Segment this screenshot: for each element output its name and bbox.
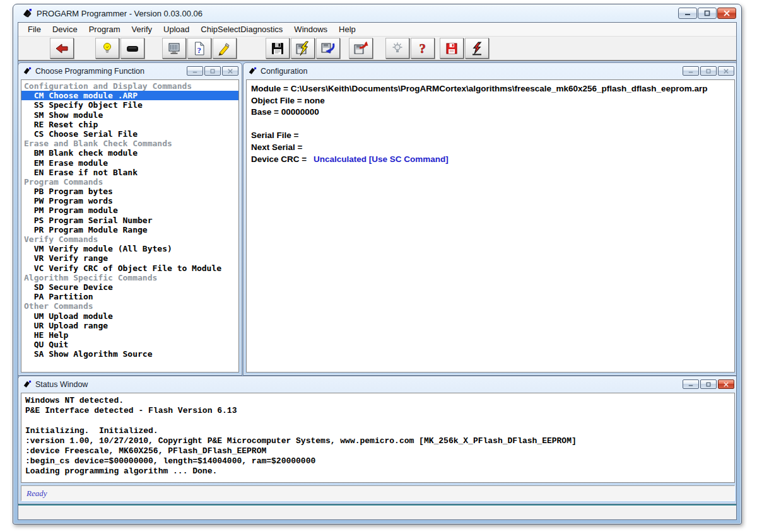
display-icon	[166, 41, 182, 56]
help-button[interactable]: ?	[411, 38, 435, 59]
restore-button[interactable]	[700, 66, 717, 76]
command-item[interactable]: RE Reset chip	[21, 120, 238, 129]
minimize-button[interactable]	[187, 66, 203, 76]
lightbulb-button[interactable]	[95, 38, 119, 59]
app-logo-icon	[23, 380, 32, 389]
toolbar: ? ?	[18, 37, 736, 61]
config-window-title: Configuration	[261, 67, 307, 76]
menu-item-windows[interactable]: Windows	[288, 23, 333, 36]
command-group-header: Verify Commands	[21, 234, 238, 244]
command-group-header: Algorithm Specific Commands	[21, 273, 238, 282]
status-line: :begin_cs device=$00000000, length=$1400…	[25, 456, 731, 466]
main-titlebar[interactable]: PROGARM Programmer - Version 0.03.00.06	[13, 4, 741, 22]
command-item[interactable]: VM Verify module (All Bytes)	[21, 244, 238, 253]
command-item[interactable]: BM Blank check module	[21, 148, 238, 158]
minimize-button[interactable]	[683, 379, 699, 389]
pencil-icon	[216, 41, 233, 56]
command-item[interactable]: CS Choose Serial File	[21, 129, 238, 139]
restore-button[interactable]	[204, 66, 221, 76]
command-item[interactable]: VR Verify range	[21, 253, 238, 263]
command-group-header: Erase and Blank Check Commands	[21, 139, 238, 148]
save-config-button[interactable]	[440, 38, 464, 59]
lightning-red-icon	[469, 41, 485, 56]
floppy-lightning-icon	[295, 41, 311, 56]
floppy-red-icon	[443, 41, 460, 56]
command-item[interactable]: PR Program Module Range	[21, 225, 238, 234]
main-window: PROGARM Programmer - Version 0.03.00.06 …	[13, 4, 742, 524]
menu-item-chipselectdiagnostics[interactable]: ChipSelectDiagnostics	[195, 23, 288, 36]
command-item[interactable]: QU Quit	[21, 340, 238, 349]
status-line: Windows NT detected.	[25, 396, 731, 406]
command-item[interactable]: SD Secure Device	[21, 282, 238, 292]
command-item[interactable]: PS Program Serial Number	[21, 216, 238, 225]
status-line: :device Freescale, MK60X256, PFlash_DFla…	[25, 446, 731, 456]
config-module-line: Module = C:\Users\Keith\Documents\ProgAR…	[251, 83, 730, 95]
command-item[interactable]: HE Help	[21, 330, 238, 340]
config-blank-line	[251, 119, 730, 130]
minimize-button[interactable]	[683, 66, 699, 76]
command-item[interactable]: PA Partition	[21, 292, 238, 301]
command-item[interactable]: PM Program module	[21, 205, 238, 215]
command-item[interactable]: SA Show Algorithm Source	[21, 349, 238, 359]
module-icon	[124, 41, 141, 56]
config-window: Configuration Module = C:\Users\Keith\Do…	[243, 62, 736, 376]
status-line: Initializing. Initialized.	[25, 426, 731, 436]
lightbulb-dim-button[interactable]	[385, 38, 409, 59]
menu-item-help[interactable]: Help	[333, 23, 361, 36]
menu-bar: FileDeviceProgramVerifyUploadChipSelectD…	[18, 23, 736, 37]
close-button[interactable]	[718, 379, 734, 389]
command-item[interactable]: CM Choose module .ARP	[21, 91, 238, 100]
close-button[interactable]	[222, 66, 238, 76]
command-item[interactable]: SM Show module	[21, 110, 238, 120]
command-item[interactable]: PB Program bytes	[21, 187, 238, 196]
command-item[interactable]: PW Program words	[21, 196, 238, 205]
menu-item-file[interactable]: File	[22, 23, 47, 36]
save-button[interactable]	[266, 38, 290, 59]
upload-red-button[interactable]	[349, 38, 373, 59]
document-help-button[interactable]: ?	[187, 38, 211, 59]
config-window-titlebar[interactable]: Configuration	[244, 63, 736, 78]
close-button[interactable]	[718, 66, 734, 76]
command-group-header: Configuration and Display Commands	[21, 81, 238, 91]
display-button[interactable]	[162, 38, 186, 59]
back-arrow-button[interactable]	[50, 38, 74, 59]
command-list: Configuration and Display Commands CM Ch…	[21, 80, 238, 359]
status-line	[25, 416, 731, 426]
config-device-crc-line: Device CRC = Uncalculated [Use SC Comman…	[251, 154, 730, 166]
menu-item-device[interactable]: Device	[47, 23, 83, 36]
command-item[interactable]: UR Upload range	[21, 321, 238, 330]
menu-item-upload[interactable]: Upload	[158, 23, 195, 36]
config-serial-file-line: Serial File =	[251, 130, 730, 142]
command-item[interactable]: UM Upload module	[21, 311, 238, 321]
minimize-button[interactable]	[678, 8, 697, 19]
command-item[interactable]: SS Specify Object File	[21, 100, 238, 110]
program-module-button[interactable]	[291, 38, 315, 59]
menu-item-program[interactable]: Program	[83, 23, 126, 36]
restore-button[interactable]	[700, 379, 717, 389]
device-crc-value[interactable]: Uncalculated [Use SC Command]	[314, 154, 449, 164]
status-bar-text: Ready	[26, 489, 47, 499]
app-logo-icon	[23, 67, 32, 76]
app-logo-icon	[248, 67, 257, 76]
document-help-icon: ?	[191, 41, 208, 56]
close-button[interactable]	[717, 8, 736, 19]
command-item[interactable]: EN Erase if not Blank	[21, 168, 238, 177]
function-window-titlebar[interactable]: Choose Programming Function	[18, 63, 242, 78]
main-status-strip	[18, 506, 736, 519]
status-line: :version 1.00, 10/27/2010, Copyright P&E…	[25, 436, 731, 446]
module-button[interactable]	[120, 38, 144, 59]
status-window-titlebar[interactable]: Status Window	[18, 376, 736, 391]
app-logo-icon	[22, 8, 32, 18]
desktop: { "window": { "title": "PROGARM Programm…	[0, 0, 757, 532]
mdi-area: Choose Programming Function Configuratio…	[18, 61, 736, 504]
command-item[interactable]: VC Verify CRC of Object File to Module	[21, 263, 238, 273]
pencil-button[interactable]	[213, 38, 237, 59]
menu-item-verify[interactable]: Verify	[126, 23, 158, 36]
svg-text:?: ?	[197, 45, 202, 54]
restore-button[interactable]	[698, 8, 717, 19]
floppy-arrow-red-icon	[353, 41, 369, 56]
run-script-button[interactable]	[465, 38, 489, 59]
main-window-body: FileDeviceProgramVerifyUploadChipSelectD…	[18, 22, 737, 520]
upload-blue-button[interactable]	[316, 38, 340, 59]
command-item[interactable]: EM Erase module	[21, 158, 238, 168]
